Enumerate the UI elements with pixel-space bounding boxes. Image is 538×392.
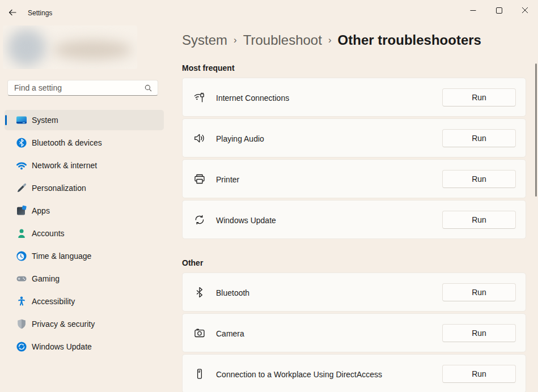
maximize-button[interactable]	[486, 0, 512, 20]
run-button-bluetooth[interactable]: Run	[442, 283, 516, 301]
troubleshooter-label: Internet Connections	[216, 78, 289, 117]
playing-audio-icon	[193, 132, 206, 144]
window-title: Settings	[28, 9, 52, 17]
troubleshooter-label: Windows Update	[216, 201, 276, 240]
search-input[interactable]	[14, 80, 139, 95]
selected-accent-bar	[5, 115, 7, 125]
sidebar-item-gaming[interactable]: Gaming	[5, 269, 164, 289]
sidebar-item-label: System	[32, 116, 58, 125]
run-button-printer[interactable]: Run	[442, 170, 516, 188]
sidebar-item-label: Apps	[32, 206, 50, 215]
sidebar-item-label: Privacy & security	[32, 319, 95, 329]
settings-window: Settings System Bluetooth & devices	[0, 0, 538, 392]
troubleshooter-row-bluetooth: Bluetooth Run	[182, 272, 526, 312]
troubleshooter-row-camera: Camera Run	[182, 313, 526, 352]
back-button[interactable]	[5, 5, 20, 20]
troubleshooter-row-playing-audio: Playing Audio Run	[182, 118, 526, 157]
troubleshooter-label: Camera	[216, 314, 244, 353]
account-header-blurred[interactable]	[3, 25, 137, 69]
sidebar-item-bluetooth-devices[interactable]: Bluetooth & devices	[5, 133, 164, 153]
search-icon	[144, 84, 152, 92]
troubleshooter-row-workplace-directaccess: Connection to a Workplace Using DirectAc…	[182, 354, 526, 392]
sidebar-item-system[interactable]: System	[5, 110, 164, 130]
troubleshooter-label: Playing Audio	[216, 119, 264, 158]
troubleshooter-row-printer: Printer Run	[182, 159, 526, 198]
system-icon	[16, 114, 27, 126]
sidebar-item-label: Gaming	[32, 274, 60, 283]
minimize-button[interactable]	[460, 0, 486, 20]
windows-update-icon	[16, 341, 27, 352]
run-button-windows-update[interactable]: Run	[442, 211, 516, 229]
breadcrumb-separator: ›	[328, 35, 332, 45]
page-title: Other troubleshooters	[338, 32, 481, 48]
breadcrumb: System›Troubleshoot›Other troubleshooter…	[182, 32, 481, 48]
apps-icon	[16, 205, 27, 216]
breadcrumb-separator: ›	[234, 35, 237, 45]
search-box	[7, 80, 158, 96]
sidebar-item-label: Network & internet	[32, 161, 97, 170]
update-arrows-icon	[193, 214, 206, 226]
sidebar-item-windows-update[interactable]: Windows Update	[5, 336, 164, 357]
sidebar-item-personalization[interactable]: Personalization	[5, 178, 164, 198]
camera-icon	[193, 327, 206, 339]
time-language-icon	[16, 250, 27, 262]
close-icon	[522, 7, 528, 14]
internet-connections-icon	[193, 91, 206, 104]
accessibility-icon	[16, 296, 27, 307]
gaming-icon	[16, 273, 27, 284]
troubleshooter-label: Bluetooth	[216, 273, 249, 312]
close-button[interactable]	[512, 0, 538, 20]
sidebar-item-apps[interactable]: Apps	[5, 201, 164, 221]
breadcrumb-troubleshoot[interactable]: Troubleshoot	[243, 32, 322, 48]
printer-icon	[193, 173, 206, 185]
back-arrow-icon	[8, 8, 17, 17]
vertical-scrollbar-thumb[interactable]	[535, 63, 537, 197]
accounts-icon	[16, 228, 27, 239]
sidebar-item-label: Personalization	[32, 184, 86, 193]
network-icon	[16, 160, 27, 171]
sidebar-item-label: Accounts	[32, 229, 65, 238]
sidebar-item-accounts[interactable]: Accounts	[5, 223, 164, 244]
personalization-icon	[16, 182, 27, 194]
troubleshooter-label: Printer	[216, 160, 239, 199]
avatar	[7, 29, 46, 66]
sidebar-item-label: Accessibility	[32, 297, 75, 306]
run-button-playing-audio[interactable]: Run	[442, 129, 516, 147]
bluetooth-icon	[193, 286, 206, 299]
account-name-blurred	[53, 40, 132, 59]
minimize-icon	[470, 7, 476, 14]
run-button-camera[interactable]: Run	[442, 324, 516, 342]
section-title-most-frequent: Most frequent	[182, 63, 235, 73]
run-button-workplace-directaccess[interactable]: Run	[442, 365, 516, 383]
troubleshooter-row-internet-connections: Internet Connections Run	[182, 78, 526, 117]
sidebar-item-network-internet[interactable]: Network & internet	[5, 155, 164, 176]
section-title-other: Other	[182, 258, 203, 267]
sidebar-item-accessibility[interactable]: Accessibility	[5, 291, 164, 312]
sidebar-item-label: Windows Update	[32, 342, 92, 351]
sidebar-item-privacy-security[interactable]: Privacy & security	[5, 314, 164, 334]
sidebar-item-time-language[interactable]: Time & language	[5, 246, 164, 266]
workplace-directaccess-icon	[193, 368, 206, 380]
breadcrumb-system[interactable]: System	[182, 32, 227, 48]
troubleshooter-label: Connection to a Workplace Using DirectAc…	[216, 355, 382, 392]
troubleshooter-row-windows-update: Windows Update Run	[182, 200, 526, 239]
bluetooth-devices-icon	[16, 137, 27, 148]
privacy-security-icon	[16, 318, 27, 330]
maximize-icon	[496, 7, 502, 14]
sidebar-item-label: Time & language	[32, 252, 91, 261]
run-button-internet-connections[interactable]: Run	[442, 88, 516, 106]
sidebar-item-label: Bluetooth & devices	[32, 138, 102, 147]
